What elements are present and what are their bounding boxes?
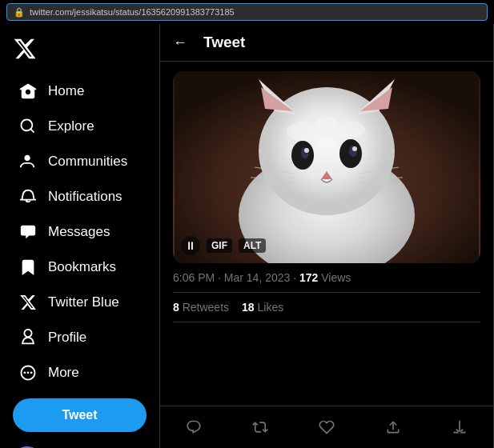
gif-label: GIF [207, 238, 232, 253]
media-container[interactable]: ⏸ GIF ALT [173, 71, 480, 263]
home-icon [19, 82, 37, 100]
twitter-logo[interactable] [0, 30, 159, 74]
sidebar-item-messages[interactable]: Messages [6, 215, 153, 249]
retweets-label: Retweets [179, 301, 229, 314]
tweet-header-title: Tweet [203, 34, 245, 51]
svg-point-21 [287, 122, 319, 141]
sidebar-item-more-label: More [48, 365, 79, 381]
sidebar-item-home-label: Home [48, 83, 84, 99]
svg-point-23 [315, 117, 339, 130]
sidebar-item-twitter-blue-label: Twitter Blue [48, 294, 119, 310]
tweet-body: ⏸ GIF ALT 6:06 PM · Mar 14, 2023 · 172 V… [160, 62, 493, 406]
sidebar-item-notifications-label: Notifications [48, 189, 122, 205]
sidebar-item-home[interactable]: Home [6, 74, 153, 108]
more-icon [19, 364, 37, 382]
gif-badge: ⏸ GIF ALT [181, 236, 266, 255]
bell-icon [19, 188, 37, 206]
sidebar-item-explore[interactable]: Explore [6, 110, 153, 143]
lock-icon: 🔒 [14, 7, 25, 18]
person-icon [19, 329, 37, 346]
sidebar-item-bookmarks-label: Bookmarks [48, 259, 116, 275]
tweet-time: 6:06 PM · Mar 14, 2023 · [173, 271, 299, 284]
explore-icon [19, 118, 37, 135]
play-pause-button[interactable]: ⏸ [181, 236, 200, 255]
retweet-button[interactable] [246, 413, 275, 442]
cat-image [173, 71, 480, 263]
reply-button[interactable] [179, 413, 208, 442]
tweet-views-label: Views [318, 271, 351, 284]
sidebar-item-profile-label: Profile [48, 330, 86, 346]
tweet-actions [160, 406, 493, 448]
retweets-stat[interactable]: 8 Retweets [173, 301, 229, 314]
twitter-blue-icon [19, 294, 37, 311]
communities-icon [19, 153, 37, 170]
svg-point-22 [336, 121, 365, 138]
back-button[interactable]: ← [173, 34, 187, 51]
sidebar-item-messages-label: Messages [48, 224, 110, 240]
sidebar-item-communities[interactable]: Communities [6, 145, 153, 178]
address-bar[interactable]: 🔒 twitter.com/jessikatsu/status/16356209… [6, 3, 488, 21]
tweet-views-count: 172 [299, 271, 318, 284]
like-button[interactable] [312, 413, 341, 442]
alt-label: ALT [239, 238, 266, 253]
bookmark-icon [19, 258, 37, 276]
url-text: twitter.com/jessikatsu/status/1635620991… [30, 7, 235, 17]
main-content: ← Tweet [160, 24, 494, 448]
svg-point-13 [352, 146, 357, 151]
retweets-count: 8 [173, 301, 179, 314]
sidebar: Home Explore Communities Notifications M [0, 24, 160, 448]
sidebar-item-twitter-blue[interactable]: Twitter Blue [6, 286, 153, 319]
user-menu[interactable]: S Siddhartha Sama... @Sid_Beebom ··· [3, 440, 156, 448]
sidebar-item-notifications[interactable]: Notifications [6, 180, 153, 214]
tweet-stats: 8 Retweets 18 Likes [173, 292, 480, 322]
sidebar-item-profile[interactable]: Profile [6, 321, 153, 354]
sidebar-item-more[interactable]: More [6, 356, 153, 390]
likes-stat[interactable]: 18 Likes [242, 301, 283, 314]
tweet-button[interactable]: Tweet [13, 398, 147, 432]
download-button[interactable] [445, 413, 474, 442]
svg-point-12 [304, 148, 309, 153]
messages-icon [19, 223, 37, 241]
tweet-meta: 6:06 PM · Mar 14, 2023 · 172 Views [173, 271, 480, 284]
sidebar-item-bookmarks[interactable]: Bookmarks [6, 250, 153, 284]
sidebar-item-communities-label: Communities [48, 154, 127, 170]
likes-count: 18 [242, 301, 255, 314]
share-button[interactable] [379, 413, 408, 442]
tweet-header: ← Tweet [160, 24, 493, 62]
likes-label: Likes [255, 301, 284, 314]
sidebar-item-explore-label: Explore [48, 118, 94, 134]
